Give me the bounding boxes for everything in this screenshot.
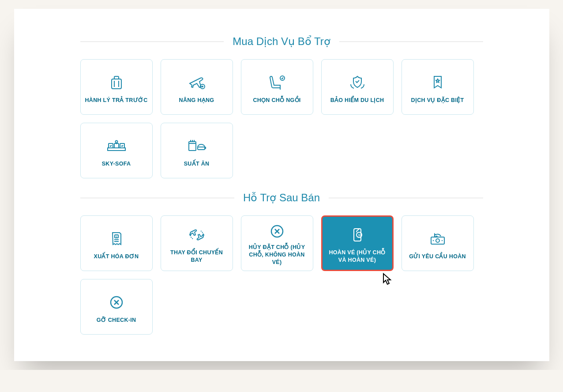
section-header-ancillary: Mua Dịch Vụ Bổ Trợ xyxy=(80,35,483,48)
card-insurance[interactable]: BẢO HIỂM DU LỊCH xyxy=(321,59,394,115)
cancel-circle-icon xyxy=(109,292,124,313)
swap-planes-icon xyxy=(186,224,207,245)
seat-icon xyxy=(268,72,286,93)
postsale-grid: $ XUẤT HÓA ĐƠN THAY ĐỔI CHUYẾN BAY xyxy=(80,215,483,335)
svg-point-24 xyxy=(436,239,439,242)
card-label: SKY-SOFA xyxy=(102,160,131,168)
card-baggage[interactable]: HÀNH LÝ TRẢ TRƯỚC xyxy=(80,59,153,115)
card-special-service[interactable]: DỊCH VỤ ĐẶC BIỆT xyxy=(402,59,474,115)
card-invoice[interactable]: $ XUẤT HÓA ĐƠN xyxy=(80,215,153,271)
svg-point-25 xyxy=(432,240,433,241)
service-panel: Mua Dịch Vụ Bổ Trợ HÀNH LÝ TRẢ TRƯỚC xyxy=(14,9,549,361)
card-label: THAY ĐỔI CHUYẾN BAY xyxy=(165,249,229,264)
plane-upgrade-icon xyxy=(187,72,206,93)
card-label: CHỌN CHỖ NGỒI xyxy=(253,97,300,104)
divider xyxy=(80,41,224,42)
card-seat[interactable]: CHỌN CHỖ NGỒI xyxy=(241,59,313,115)
money-return-icon xyxy=(428,228,448,249)
ancillary-grid: HÀNH LÝ TRẢ TRƯỚC NÂNG HẠNG xyxy=(80,59,483,178)
card-label: GỬI YÊU CẦU HOÀN xyxy=(409,253,466,260)
svg-point-8 xyxy=(115,140,117,143)
cancel-circle-icon xyxy=(269,222,285,240)
section-header-postsale: Hỗ Trợ Sau Bán xyxy=(80,192,483,204)
divider xyxy=(80,198,234,198)
card-label: XUẤT HÓA ĐƠN xyxy=(94,253,139,260)
refund-phone-icon: $ xyxy=(349,224,365,245)
card-label: HÀNH LÝ TRẢ TRƯỚC xyxy=(85,97,148,104)
section-title: Mua Dịch Vụ Bổ Trợ xyxy=(233,35,330,48)
bookmark-star-icon xyxy=(431,72,445,93)
luggage-icon xyxy=(108,72,125,93)
shield-hands-icon xyxy=(348,72,367,93)
card-label: GỠ CHECK-IN xyxy=(97,317,136,324)
card-label: SUẤT ĂN xyxy=(184,160,210,168)
invoice-icon: $ xyxy=(109,228,124,249)
svg-rect-0 xyxy=(112,79,121,89)
sofa-seats-icon xyxy=(106,136,127,157)
card-change-flight[interactable]: THAY ĐỔI CHUYẾN BAY xyxy=(161,215,233,271)
card-meal[interactable]: SUẤT ĂN xyxy=(161,123,233,178)
card-skysofa[interactable]: SKY-SOFA xyxy=(80,123,153,178)
card-upgrade[interactable]: NÂNG HẠNG xyxy=(161,59,233,115)
divider xyxy=(339,41,483,42)
card-cancel-booking[interactable]: HỦY ĐẶT CHỖ (HỦY CHỖ, KHÔNG HOÀN VÉ) xyxy=(241,215,313,271)
meal-icon xyxy=(186,136,207,157)
card-label: HOÀN VÉ (HỦY CHỖ VÀ HOÀN VÉ) xyxy=(326,249,389,264)
card-label: NÂNG HẠNG xyxy=(179,97,214,104)
card-label: HỦY ĐẶT CHỖ (HỦY CHỖ, KHÔNG HOÀN VÉ) xyxy=(245,244,309,266)
section-title: Hỗ Trợ Sau Bán xyxy=(243,192,320,204)
card-label: DỊCH VỤ ĐẶC BIỆT xyxy=(411,97,464,104)
divider xyxy=(329,198,483,198)
card-remove-checkin[interactable]: GỠ CHECK-IN xyxy=(80,279,153,335)
card-refund-ticket[interactable]: $ HOÀN VÉ (HỦY CHỖ VÀ HOÀN VÉ) xyxy=(321,215,394,271)
card-label: BẢO HIỂM DU LỊCH xyxy=(330,97,384,104)
card-refund-request[interactable]: GỬI YÊU CẦU HOÀN xyxy=(402,215,474,271)
svg-point-26 xyxy=(441,240,442,241)
svg-text:$: $ xyxy=(358,234,360,237)
